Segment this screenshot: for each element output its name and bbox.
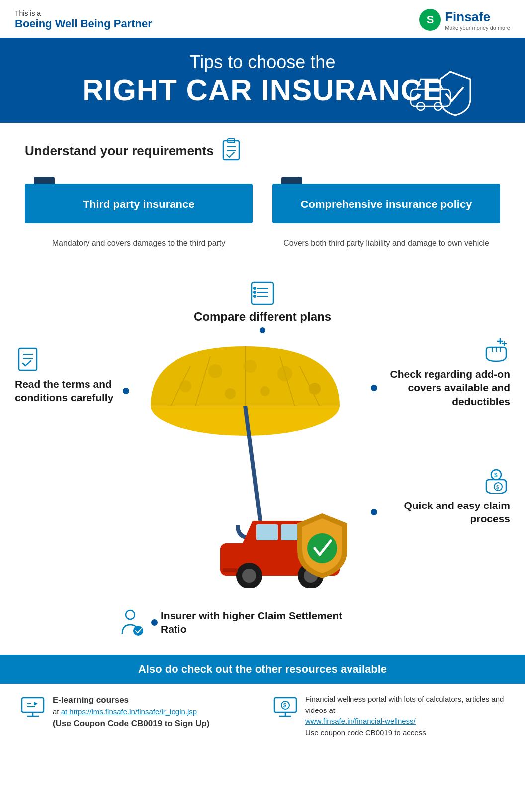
addon-icon [482, 336, 510, 364]
car-shield-icon [406, 62, 475, 118]
elearning-at: at [53, 708, 61, 716]
shield-checkmark [290, 511, 354, 583]
svg-point-13 [253, 295, 256, 298]
financial-icon: $ [272, 694, 298, 724]
boeing-prefix: This is a [15, 9, 152, 17]
read-terms-icon [15, 346, 129, 374]
svg-text:$: $ [494, 472, 498, 479]
umbrella-car-illustration [146, 341, 354, 590]
requirements-heading: Understand your requirements [25, 143, 214, 159]
insurer-icon [119, 609, 145, 640]
insurance-cards: 01 Third party insurance Mandatory and c… [25, 176, 500, 263]
right-tips-col: Check regarding add-on covers available … [371, 336, 510, 655]
header: This is a Boeing Well Being Partner S Fi… [0, 0, 525, 38]
tip3-dot [371, 385, 377, 391]
elearning-link[interactable]: at https://lms.finsafe.in/finsafe/lr_log… [61, 708, 197, 716]
finsafe-s-icon: S [419, 9, 441, 31]
tip-claim-label: Quick and easy claim process [381, 499, 510, 526]
card2-title: Comprehensive insurance policy [272, 184, 500, 223]
financial-desc: Financial wellness portal with lots of c… [305, 695, 504, 714]
svg-point-37 [242, 569, 256, 583]
resource-elearning-text: E-learning courses at at https://lms.fin… [53, 694, 209, 730]
claim-icon: $ $ [482, 468, 510, 496]
svg-rect-41 [223, 568, 238, 572]
card2: Comprehensive insurance policy [272, 184, 500, 223]
requirements-section: Understand your requirements 01 Third pa… [0, 123, 525, 275]
tip1-dot [123, 388, 129, 394]
tips-section: Compare different plans Read the terms a… [0, 275, 525, 655]
svg-point-30 [225, 388, 236, 399]
tip2-dot [151, 619, 158, 626]
elearning-coupon: (Use Coupon Code CB0019 to Sign Up) [53, 719, 209, 728]
elearning-heading: E-learning courses [53, 695, 129, 705]
tip-claim: $ $ Quick and easy claim process [371, 468, 510, 526]
svg-text:$: $ [496, 485, 499, 490]
elearning-icon [20, 694, 46, 724]
tip-read-terms: Read the terms and conditions carefully [15, 346, 129, 405]
tip-addon-label: Check regarding add-on covers available … [381, 367, 510, 408]
financial-link[interactable]: www.finsafe.in/financial-wellness/ [305, 717, 416, 725]
tip4-dot [371, 509, 377, 515]
compare-plans-block: Compare different plans [15, 280, 510, 333]
svg-point-28 [277, 366, 292, 381]
svg-point-12 [253, 291, 256, 294]
svg-point-43 [126, 610, 135, 619]
footer-resources: E-learning courses at at https://lms.fin… [0, 684, 525, 748]
boeing-branding: This is a Boeing Well Being Partner [15, 9, 152, 30]
tip-insurer: Insurer with higher Claim Settlement Rat… [119, 609, 371, 640]
svg-point-31 [260, 386, 270, 396]
tip-addon: Check regarding add-on covers available … [371, 336, 510, 408]
finsafe-brand: Finsafe [445, 9, 510, 25]
resource-financial-text: Financial wellness portal with lots of c… [305, 694, 505, 738]
finsafe-name-block: Finsafe Make your money do more [445, 9, 510, 31]
bottom-banner: Also do check out the other resources av… [0, 655, 525, 684]
svg-point-26 [208, 364, 222, 378]
svg-rect-0 [411, 89, 450, 106]
clipboard-icon [221, 137, 242, 165]
boeing-name: Boeing Well Being Partner [15, 17, 152, 30]
svg-rect-14 [19, 348, 37, 370]
card1-desc: Mandatory and covers damages to the thir… [25, 223, 253, 263]
svg-point-27 [244, 360, 257, 373]
finsafe-tagline: Make your money do more [445, 25, 510, 31]
center-illustration: Insurer with higher Claim Settlement Rat… [129, 336, 371, 655]
tip-insurer-label: Insurer with higher Claim Settlement Rat… [161, 609, 371, 636]
compare-icon [250, 280, 275, 308]
card2-desc: Covers both third party liability and da… [272, 223, 500, 263]
compare-dot [260, 327, 265, 333]
svg-point-42 [307, 533, 337, 563]
svg-point-44 [133, 626, 143, 636]
svg-rect-56 [22, 698, 44, 712]
tip-read-terms-label: Read the terms and conditions carefully [15, 377, 119, 405]
svg-point-11 [253, 287, 256, 290]
finsafe-logo: S Finsafe Make your money do more [419, 9, 510, 31]
financial-coupon: Use coupon code CB0019 to access [305, 728, 426, 737]
card1: Third party insurance [25, 184, 253, 223]
requirements-header: Understand your requirements [25, 137, 500, 165]
tips-middle: Read the terms and conditions carefully [15, 336, 510, 655]
svg-rect-34 [256, 524, 278, 540]
left-tips-col: Read the terms and conditions carefully [15, 336, 129, 655]
svg-point-25 [179, 380, 191, 392]
resource-financial: $ Financial wellness portal with lots of… [272, 694, 505, 738]
hero-banner: Tips to choose the RIGHT CAR INSURANCE [0, 38, 525, 123]
bottom-banner-text: Also do check out the other resources av… [138, 663, 387, 675]
svg-point-29 [309, 383, 321, 395]
resource-elearning: E-learning courses at at https://lms.fin… [20, 694, 253, 730]
svg-text:$: $ [283, 702, 286, 708]
compare-label: Compare different plans [194, 309, 331, 324]
card1-title: Third party insurance [25, 184, 253, 223]
